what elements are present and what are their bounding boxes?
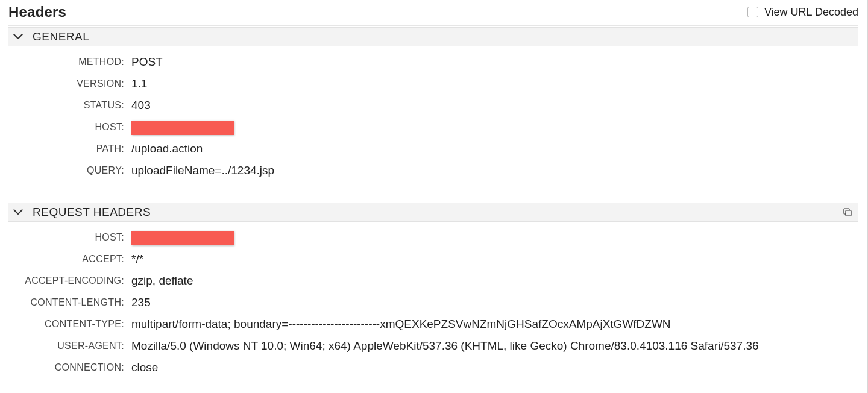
kv-row-content-type: CONTENT-TYPE: multipart/form-data; bound… — [8, 313, 858, 335]
kv-row-query: QUERY: uploadFileName=../1234.jsp — [8, 160, 858, 181]
view-url-decoded-toggle[interactable]: View URL Decoded — [747, 6, 858, 19]
top-row: Headers View URL Decoded — [8, 2, 858, 25]
chevron-down-icon — [13, 34, 23, 40]
kv-val: 1.1 — [129, 75, 147, 92]
kv-key: ACCEPT-ENCODING: — [8, 272, 129, 289]
chevron-down-icon — [13, 209, 23, 216]
kv-row-accept-encoding: ACCEPT-ENCODING: gzip, deflate — [8, 270, 858, 292]
kv-row-method: METHOD: POST — [8, 51, 858, 73]
kv-row-status: STATUS: 403 — [8, 95, 858, 116]
kv-key: PATH: — [8, 140, 129, 157]
redacted-block — [131, 121, 234, 135]
kv-key: HOST: — [8, 119, 129, 136]
kv-key: QUERY: — [8, 162, 129, 179]
section-request-body: HOST: ACCEPT: */* ACCEPT-ENCODING: gzip,… — [8, 222, 858, 383]
divider — [8, 25, 858, 26]
kv-val: Mozilla/5.0 (Windows NT 10.0; Win64; x64… — [129, 338, 759, 354]
view-url-decoded-label: View URL Decoded — [764, 6, 858, 19]
kv-val: /upload.action — [129, 140, 203, 157]
kv-val: multipart/form-data; boundary=----------… — [129, 316, 671, 333]
kv-val: close — [129, 359, 158, 376]
headers-panel: Headers View URL Decoded GENERAL METHOD:… — [0, 0, 868, 393]
kv-key: CONTENT-LENGTH: — [8, 294, 129, 311]
kv-val — [129, 229, 234, 246]
kv-row-connection: CONNECTION: close — [8, 357, 858, 379]
section-general-body: METHOD: POST VERSION: 1.1 STATUS: 403 HO… — [8, 46, 858, 186]
kv-val — [129, 119, 234, 136]
kv-row-path: PATH: /upload.action — [8, 138, 858, 160]
divider — [8, 190, 858, 190]
redacted-block — [131, 231, 234, 245]
checkbox-icon[interactable] — [747, 7, 758, 17]
kv-row-version: VERSION: 1.1 — [8, 73, 858, 95]
section-general-title: GENERAL — [33, 30, 89, 43]
kv-key: ACCEPT: — [8, 251, 129, 268]
kv-val: 235 — [129, 294, 151, 311]
section-request-title: REQUEST HEADERS — [33, 206, 151, 219]
kv-val: POST — [129, 54, 163, 71]
kv-key: CONNECTION: — [8, 359, 129, 376]
kv-key: HOST: — [8, 229, 129, 246]
page-title: Headers — [8, 4, 66, 20]
kv-key: VERSION: — [8, 75, 129, 92]
kv-row-user-agent: USER-AGENT: Mozilla/5.0 (Windows NT 10.0… — [8, 335, 858, 357]
kv-row-content-length: CONTENT-LENGTH: 235 — [8, 292, 858, 313]
kv-key: METHOD: — [8, 54, 129, 71]
kv-key: STATUS: — [8, 97, 129, 114]
kv-val: gzip, deflate — [129, 272, 193, 289]
section-general-header[interactable]: GENERAL — [8, 27, 858, 46]
kv-row-host2: HOST: — [8, 227, 858, 248]
kv-key: USER-AGENT: — [8, 338, 129, 354]
kv-val: */* — [129, 251, 143, 268]
kv-key: CONTENT-TYPE: — [8, 316, 129, 333]
kv-val: uploadFileName=../1234.jsp — [129, 162, 274, 179]
kv-val: 403 — [129, 97, 151, 114]
kv-row-host: HOST: — [8, 116, 858, 138]
kv-row-accept: ACCEPT: */* — [8, 248, 858, 270]
copy-button[interactable] — [840, 205, 855, 219]
svg-rect-0 — [846, 210, 851, 216]
section-request-header[interactable]: REQUEST HEADERS — [8, 203, 858, 222]
